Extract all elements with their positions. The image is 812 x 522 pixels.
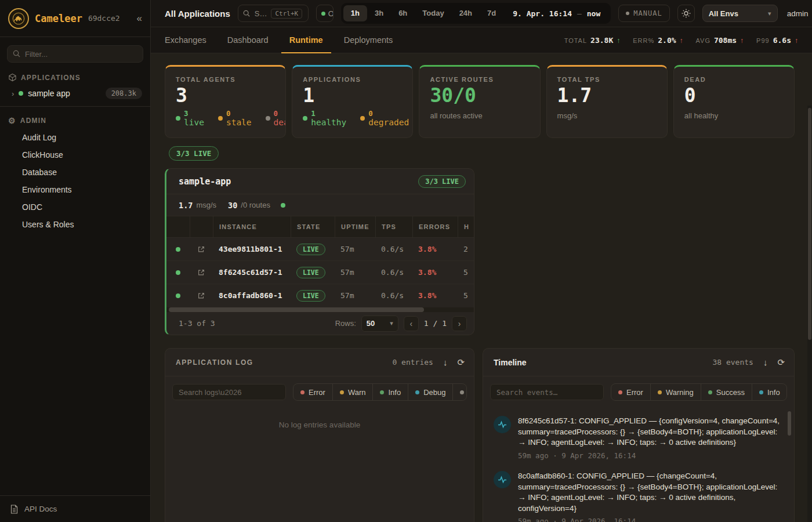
filter-error[interactable]: Error [611,384,650,400]
live-status-toggle[interactable]: O [316,5,334,22]
up-arrow-icon: ↑ [740,37,744,45]
col-instance: INSTANCE [213,216,291,237]
status-dot-green [19,91,23,96]
metric-p99: P99 6.6s ↑ [756,36,798,45]
metric-avg: AVG 708ms ↑ [696,36,744,45]
sidebar-item-database[interactable]: Database [0,164,150,181]
external-link-icon[interactable] [190,238,213,260]
manual-refresh-button[interactable]: MANUAL [618,5,669,22]
sample-app-header: sample-app 3/3 LIVE [166,169,474,194]
app-root: Cameleer 69dcce2 « APPLICATIONS › sample… [0,0,812,522]
dot-red [300,390,304,394]
filter-warning[interactable]: Warning [650,384,701,400]
camel-logo-icon [8,8,29,29]
rows-per-page-select[interactable]: 50 ▾ [361,316,398,332]
refresh-icon[interactable]: ⟳ [457,358,465,367]
sidebar-item-environments[interactable]: Environments [0,181,150,198]
card-total-agents: TOTAL AGENTS 3 3live 0stale 0dead [165,65,286,138]
sidebar-item-users-roles[interactable]: Users & Roles [0,216,150,233]
dot-red [618,390,622,394]
username: admin [787,9,809,18]
dot-green [176,116,180,121]
sun-icon [682,9,691,18]
sample-app-panel: sample-app 3/3 LIVE 1.7 msg/s 30 /0 rout… [165,168,474,335]
page-title: All Applications [165,9,230,19]
table-row[interactable]: 8c0affadb860-1 LIVE 57m 0.6/s 3.8% 5 [166,284,474,307]
table-row[interactable]: 43ee9811b801-1 LIVE 57m 0.6/s 3.8% 2 [166,237,474,260]
chevron-down-icon: ▾ [768,10,771,17]
stat-live: 3live [176,110,204,128]
env-select[interactable]: All Envs ▾ [702,5,778,22]
scrollbar-thumb[interactable] [808,108,811,340]
row-status-dot [176,293,180,298]
overall-live-badge: 3/3 LIVE [169,146,219,161]
global-search-button[interactable]: S… Ctrl+K [238,5,309,22]
activity-icon [494,471,511,488]
state-badge: LIVE [296,267,325,278]
timeline-event[interactable]: 8f6245c61d57-1: CONFIG_APPLIED — {config… [491,410,785,465]
prev-page-button[interactable]: ‹ [404,316,419,331]
filter-warn[interactable]: Warn [332,384,373,400]
api-docs-link[interactable]: API Docs [0,495,150,522]
range-6h[interactable]: 6h [391,5,415,21]
filter-info[interactable]: Info [372,384,408,400]
timeline-filters: Error Warning Success Info [611,383,787,401]
app-count-badge: 208.3k [106,88,142,99]
download-icon[interactable]: ↓ [443,358,448,367]
external-link-icon[interactable] [190,261,213,284]
sidebar-item-sample-app[interactable]: › sample app 208.3k [0,85,150,102]
app-panel-stats: 1.7 msg/s 30 /0 routes [166,194,474,216]
tab-dashboard[interactable]: Dashboard [227,27,269,53]
horizontal-scrollbar[interactable] [166,307,474,312]
tab-exchanges[interactable]: Exchanges [165,27,206,53]
filter-trace[interactable]: Trace [452,384,467,400]
refresh-icon[interactable]: ⟳ [777,358,785,367]
sidebar-item-audit-log[interactable]: Audit Log [0,129,150,146]
up-arrow-icon: ↑ [795,37,798,45]
date-range-display[interactable]: 9. Apr. 16:14 – now [513,9,600,18]
range-today[interactable]: Today [415,5,451,21]
log-search-input[interactable] [172,384,286,400]
table-row[interactable]: 8f6245c61d57-1 LIVE 57m 0.6/s 3.8% 5 [166,260,474,284]
sidebar-filter-input[interactable] [7,45,143,63]
card-applications: APPLICATIONS 1 1healthy 0degraded 0criti… [292,65,413,138]
sidebar-item-clickhouse[interactable]: ClickHouse [0,146,150,164]
scrollbar-thumb[interactable] [788,411,791,436]
state-badge: LIVE [296,244,325,255]
page-scrollbar[interactable] [807,106,812,522]
tab-runtime[interactable]: Runtime [289,27,323,53]
env-select-value: All Envs [709,9,738,18]
brand-name: Cameleer [35,13,82,24]
rows-per-page-label: Rows: [335,319,356,328]
card-active-routes: ACTIVE ROUTES 30/0 all routes active [419,65,540,138]
external-link-icon[interactable] [190,284,213,307]
sidebar-item-oidc[interactable]: OIDC [0,198,150,216]
filter-info[interactable]: Info [752,384,787,400]
rows-range: 1-3 of 3 [179,319,215,328]
range-7d[interactable]: 7d [480,5,503,21]
timeline-search-input[interactable] [490,384,604,400]
range-24h[interactable]: 24h [452,5,480,21]
range-1h[interactable]: 1h [343,5,367,21]
timeline-event[interactable]: 8c0affadb860-1: CONFIG_APPLIED — {change… [491,465,785,522]
dot-green [303,116,307,121]
filter-error[interactable]: Error [293,384,332,400]
app-name: sample app [28,89,70,98]
chevron-right-icon[interactable]: › [12,89,14,98]
card-total-tps: TOTAL TPS 1.7 msg/s [546,65,668,138]
dot-green [380,390,384,394]
dot-teal [415,390,419,394]
sidebar-collapse-icon[interactable]: « [137,13,142,24]
manual-label: MANUAL [633,9,662,17]
header-metrics: TOTAL 23.8K ↑ ERR% 2.0% ↑ AVG 708ms ↑ P9… [564,36,798,45]
sidebar-filter [7,45,143,63]
scrollbar-thumb[interactable] [169,307,424,312]
filter-debug[interactable]: Debug [408,384,452,400]
download-icon[interactable]: ↓ [763,358,768,367]
range-3h[interactable]: 3h [367,5,391,21]
next-page-button[interactable]: › [452,316,467,331]
theme-toggle-button[interactable] [677,5,695,22]
tab-deployments[interactable]: Deployments [344,27,393,53]
metric-err: ERR% 2.0% ↑ [633,36,683,45]
filter-success[interactable]: Success [701,384,752,400]
